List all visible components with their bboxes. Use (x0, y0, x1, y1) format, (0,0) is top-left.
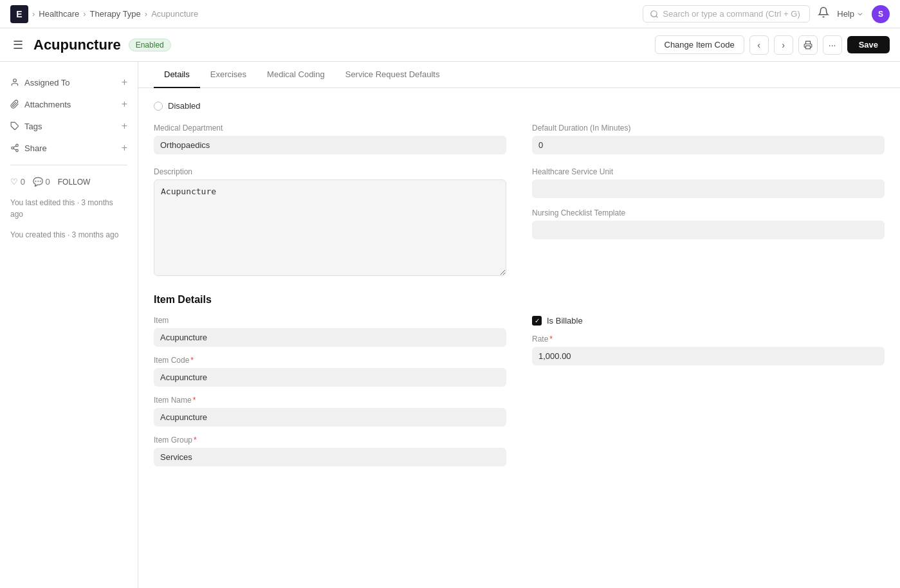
sidebar-item-assigned-to[interactable]: Assigned To + (0, 72, 138, 93)
rate-label: Rate* (532, 335, 885, 344)
svg-line-1 (656, 15, 658, 17)
breadcrumb-sep-1: › (32, 9, 35, 19)
sidebar-item-share[interactable]: Share + (0, 138, 138, 158)
healthcare-service-unit-input[interactable] (532, 179, 885, 198)
app-icon: E (10, 5, 28, 23)
svg-line-8 (14, 149, 16, 150)
item-group-required-star: * (194, 436, 197, 445)
attachment-icon (10, 100, 19, 109)
item-left-col: Item Item Code* Item Name* (154, 316, 506, 466)
healthcare-service-unit-label: Healthcare Service Unit (532, 167, 885, 176)
breadcrumb-healthcare[interactable]: Healthcare (39, 9, 79, 19)
breadcrumb-therapy-type[interactable]: Therapy Type (90, 9, 141, 19)
status-badge: Enabled (129, 39, 171, 51)
share-icon (10, 143, 19, 152)
nursing-checklist-input[interactable] (532, 221, 885, 239)
item-details-form-grid: Item Item Code* Item Name* (154, 316, 885, 466)
print-button[interactable] (798, 35, 818, 55)
rate-group: Rate* (532, 335, 885, 365)
item-group-group: Item Group* (154, 436, 506, 466)
tab-details[interactable]: Details (154, 62, 200, 88)
sidebar-item-tags[interactable]: Tags + (0, 116, 138, 136)
item-group-input[interactable] (154, 448, 506, 466)
item-name-group: Item Name* (154, 396, 506, 427)
top-nav-right: Search or type a command (Ctrl + G) Help… (643, 5, 890, 23)
is-billable-group: Is Billable (532, 316, 885, 326)
svg-point-0 (651, 10, 657, 16)
more-options-button[interactable]: ··· (823, 35, 842, 55)
notification-bell-button[interactable] (818, 6, 829, 21)
search-box[interactable]: Search or type a command (Ctrl + G) (643, 5, 810, 23)
item-details-title: Item Details (154, 294, 885, 306)
item-name-label: Item Name* (154, 396, 506, 405)
like-icon[interactable]: ♡ 0 (10, 177, 25, 187)
default-duration-group: Default Duration (In Minutes) (532, 124, 885, 154)
item-input[interactable] (154, 328, 506, 347)
svg-point-6 (12, 147, 14, 149)
tag-icon (10, 122, 19, 131)
tab-medical-coding[interactable]: Medical Coding (257, 62, 335, 88)
assigned-to-add-icon[interactable]: + (122, 77, 127, 87)
medical-department-input[interactable] (154, 136, 506, 154)
next-button[interactable]: › (774, 35, 793, 55)
change-item-code-button[interactable]: Change Item Code (655, 35, 744, 54)
item-code-input[interactable] (154, 368, 506, 387)
svg-point-7 (16, 149, 19, 152)
user-avatar[interactable]: S (872, 5, 890, 23)
search-icon (650, 10, 659, 19)
attachments-add-icon[interactable]: + (122, 99, 127, 109)
nursing-checklist-group: Nursing Checklist Template (532, 208, 885, 239)
default-duration-label: Default Duration (In Minutes) (532, 124, 885, 133)
last-edited-timestamp: You last edited this · 3 months ago (0, 193, 138, 224)
save-button[interactable]: Save (847, 36, 890, 53)
form-content: Disabled Medical Department Default Dura… (138, 88, 900, 497)
share-add-icon[interactable]: + (122, 143, 127, 153)
medical-department-label: Medical Department (154, 124, 506, 133)
description-group: Description Acupuncture (154, 167, 506, 276)
comment-icon[interactable]: 💬 0 (33, 177, 50, 187)
item-label: Item (154, 316, 506, 325)
tab-exercises[interactable]: Exercises (200, 62, 257, 88)
bell-icon (818, 6, 829, 18)
help-button[interactable]: Help (837, 9, 864, 19)
prev-button[interactable]: ‹ (749, 35, 769, 55)
toolbar-right: Change Item Code ‹ › ··· Save (655, 35, 890, 55)
svg-rect-2 (805, 46, 810, 49)
breadcrumb-area: E › Healthcare › Therapy Type › Acupunct… (10, 5, 198, 23)
content-area: Details Exercises Medical Coding Service… (138, 62, 900, 588)
item-details-section: Item Details Item Item Code* (154, 294, 885, 466)
toolbar: ☰ Acupuncture Enabled Change Item Code ‹… (0, 28, 900, 62)
top-nav: E › Healthcare › Therapy Type › Acupunct… (0, 0, 900, 28)
item-code-label: Item Code* (154, 356, 506, 365)
medical-department-group: Medical Department (154, 124, 506, 154)
is-billable-checkbox[interactable] (532, 316, 542, 326)
description-textarea[interactable]: Acupuncture (154, 179, 506, 276)
person-icon (10, 78, 19, 87)
svg-point-5 (16, 144, 19, 147)
follow-button[interactable]: FOLLOW (58, 178, 91, 187)
item-code-required-star: * (190, 356, 194, 365)
created-timestamp: You created this · 3 months ago (0, 225, 138, 244)
description-label: Description (154, 167, 506, 176)
breadcrumb-sep-3: › (145, 9, 147, 19)
print-icon (804, 41, 813, 50)
attachments-label: Attachments (24, 100, 71, 109)
rate-input[interactable] (532, 347, 885, 365)
disabled-label: Disabled (168, 101, 201, 111)
tabs-bar: Details Exercises Medical Coding Service… (138, 62, 900, 88)
item-name-required-star: * (193, 396, 196, 405)
sidebar-item-attachments[interactable]: Attachments + (0, 94, 138, 115)
disabled-checkbox[interactable] (154, 102, 163, 111)
tags-add-icon[interactable]: + (122, 121, 127, 131)
svg-point-3 (14, 79, 17, 82)
likes-row: ♡ 0 💬 0 FOLLOW (0, 172, 138, 192)
is-billable-row: Is Billable (532, 316, 885, 326)
default-duration-input[interactable] (532, 136, 885, 154)
rate-required-star: * (549, 335, 553, 344)
tab-service-request-defaults[interactable]: Service Request Defaults (335, 62, 450, 88)
hamburger-button[interactable]: ☰ (10, 35, 26, 55)
details-form-grid: Medical Department Default Duration (In … (154, 124, 885, 276)
help-label: Help (837, 9, 854, 19)
item-name-input[interactable] (154, 408, 506, 427)
search-placeholder: Search or type a command (Ctrl + G) (663, 9, 800, 19)
